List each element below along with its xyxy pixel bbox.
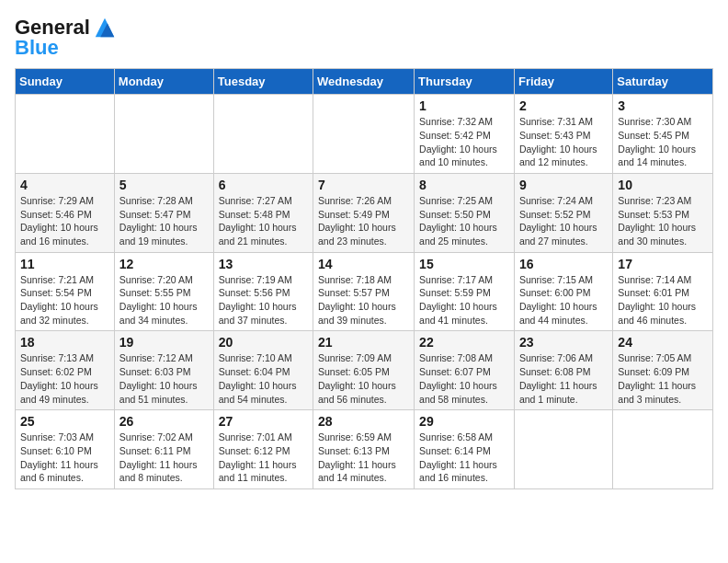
calendar-cell: 7Sunrise: 7:26 AM Sunset: 5:49 PM Daylig… <box>313 173 415 252</box>
calendar-cell: 27Sunrise: 7:01 AM Sunset: 6:12 PM Dayli… <box>213 410 313 489</box>
day-info: Sunrise: 7:24 AM Sunset: 5:52 PM Dayligh… <box>519 194 608 248</box>
calendar-cell: 18Sunrise: 7:13 AM Sunset: 6:02 PM Dayli… <box>16 331 115 410</box>
day-info: Sunrise: 7:02 AM Sunset: 6:11 PM Dayligh… <box>119 431 209 485</box>
calendar-cell: 13Sunrise: 7:19 AM Sunset: 5:56 PM Dayli… <box>213 252 313 331</box>
day-info: Sunrise: 7:25 AM Sunset: 5:50 PM Dayligh… <box>419 194 509 248</box>
calendar-cell: 28Sunrise: 6:59 AM Sunset: 6:13 PM Dayli… <box>313 410 415 489</box>
day-info: Sunrise: 7:30 AM Sunset: 5:45 PM Dayligh… <box>618 115 708 169</box>
calendar-cell: 1Sunrise: 7:32 AM Sunset: 5:42 PM Daylig… <box>415 95 515 174</box>
col-header-saturday: Saturday <box>613 69 713 95</box>
calendar-cell: 17Sunrise: 7:14 AM Sunset: 6:01 PM Dayli… <box>613 252 713 331</box>
calendar-cell: 8Sunrise: 7:25 AM Sunset: 5:50 PM Daylig… <box>415 173 515 252</box>
logo-icon <box>92 15 118 40</box>
day-number: 11 <box>20 257 109 271</box>
calendar-cell: 6Sunrise: 7:27 AM Sunset: 5:48 PM Daylig… <box>213 173 313 252</box>
day-number: 13 <box>219 257 308 271</box>
day-info: Sunrise: 6:58 AM Sunset: 6:14 PM Dayligh… <box>419 431 509 485</box>
calendar-cell: 29Sunrise: 6:58 AM Sunset: 6:14 PM Dayli… <box>415 410 515 489</box>
day-info: Sunrise: 7:28 AM Sunset: 5:47 PM Dayligh… <box>119 194 209 248</box>
calendar-table: SundayMondayTuesdayWednesdayThursdayFrid… <box>15 68 713 489</box>
calendar-cell: 14Sunrise: 7:18 AM Sunset: 5:57 PM Dayli… <box>313 252 415 331</box>
col-header-monday: Monday <box>114 69 213 95</box>
col-header-friday: Friday <box>514 69 612 95</box>
day-number: 8 <box>419 178 509 192</box>
day-number: 17 <box>618 257 708 271</box>
week-row: 1Sunrise: 7:32 AM Sunset: 5:42 PM Daylig… <box>16 95 713 174</box>
calendar-cell <box>114 95 213 174</box>
calendar-cell: 11Sunrise: 7:21 AM Sunset: 5:54 PM Dayli… <box>16 252 115 331</box>
day-number: 22 <box>419 335 509 350</box>
day-info: Sunrise: 7:10 AM Sunset: 6:04 PM Dayligh… <box>219 351 308 406</box>
day-number: 15 <box>419 257 509 271</box>
calendar-cell <box>213 95 313 174</box>
day-number: 6 <box>219 178 308 192</box>
calendar-cell <box>16 95 115 174</box>
calendar-cell: 3Sunrise: 7:30 AM Sunset: 5:45 PM Daylig… <box>613 95 713 174</box>
day-info: Sunrise: 7:26 AM Sunset: 5:49 PM Dayligh… <box>318 194 409 248</box>
calendar-cell: 20Sunrise: 7:10 AM Sunset: 6:04 PM Dayli… <box>213 331 313 410</box>
day-number: 25 <box>20 414 109 429</box>
day-info: Sunrise: 7:23 AM Sunset: 5:53 PM Dayligh… <box>618 194 708 248</box>
col-header-thursday: Thursday <box>415 69 515 95</box>
day-info: Sunrise: 7:12 AM Sunset: 6:03 PM Dayligh… <box>119 351 209 406</box>
calendar-cell: 19Sunrise: 7:12 AM Sunset: 6:03 PM Dayli… <box>114 331 213 410</box>
day-number: 1 <box>419 98 509 113</box>
header-row: SundayMondayTuesdayWednesdayThursdayFrid… <box>16 69 713 95</box>
day-number: 29 <box>419 414 509 429</box>
day-number: 14 <box>318 257 409 271</box>
day-info: Sunrise: 7:20 AM Sunset: 5:55 PM Dayligh… <box>119 273 209 327</box>
day-info: Sunrise: 7:32 AM Sunset: 5:42 PM Dayligh… <box>419 115 509 169</box>
day-info: Sunrise: 7:17 AM Sunset: 5:59 PM Dayligh… <box>419 273 509 327</box>
day-number: 28 <box>318 414 409 429</box>
calendar-cell: 2Sunrise: 7:31 AM Sunset: 5:43 PM Daylig… <box>514 95 612 174</box>
day-info: Sunrise: 7:09 AM Sunset: 6:05 PM Dayligh… <box>318 351 409 406</box>
day-info: Sunrise: 7:15 AM Sunset: 6:00 PM Dayligh… <box>519 273 608 327</box>
day-number: 18 <box>20 335 109 350</box>
day-number: 20 <box>219 335 308 350</box>
day-info: Sunrise: 7:29 AM Sunset: 5:46 PM Dayligh… <box>20 194 109 248</box>
week-row: 11Sunrise: 7:21 AM Sunset: 5:54 PM Dayli… <box>16 252 713 331</box>
col-header-tuesday: Tuesday <box>213 69 313 95</box>
calendar-cell: 23Sunrise: 7:06 AM Sunset: 6:08 PM Dayli… <box>514 331 612 410</box>
calendar-cell: 21Sunrise: 7:09 AM Sunset: 6:05 PM Dayli… <box>313 331 415 410</box>
day-info: Sunrise: 7:14 AM Sunset: 6:01 PM Dayligh… <box>618 273 708 327</box>
week-row: 18Sunrise: 7:13 AM Sunset: 6:02 PM Dayli… <box>16 331 713 410</box>
logo-text-line2: Blue <box>15 37 59 59</box>
day-number: 26 <box>119 414 209 429</box>
col-header-wednesday: Wednesday <box>313 69 415 95</box>
calendar-cell: 26Sunrise: 7:02 AM Sunset: 6:11 PM Dayli… <box>114 410 213 489</box>
col-header-sunday: Sunday <box>16 69 115 95</box>
day-info: Sunrise: 7:05 AM Sunset: 6:09 PM Dayligh… <box>618 351 708 406</box>
page-header: General Blue <box>15 15 713 59</box>
day-info: Sunrise: 7:01 AM Sunset: 6:12 PM Dayligh… <box>219 431 308 485</box>
calendar-cell <box>613 410 713 489</box>
logo: General Blue <box>15 15 118 59</box>
day-number: 23 <box>519 335 608 350</box>
day-info: Sunrise: 7:31 AM Sunset: 5:43 PM Dayligh… <box>519 115 608 169</box>
day-info: Sunrise: 7:03 AM Sunset: 6:10 PM Dayligh… <box>20 431 109 485</box>
day-info: Sunrise: 7:08 AM Sunset: 6:07 PM Dayligh… <box>419 351 509 406</box>
day-number: 21 <box>318 335 409 350</box>
calendar-cell: 16Sunrise: 7:15 AM Sunset: 6:00 PM Dayli… <box>514 252 612 331</box>
calendar-cell: 15Sunrise: 7:17 AM Sunset: 5:59 PM Dayli… <box>415 252 515 331</box>
calendar-cell: 4Sunrise: 7:29 AM Sunset: 5:46 PM Daylig… <box>16 173 115 252</box>
day-number: 7 <box>318 178 409 192</box>
day-number: 12 <box>119 257 209 271</box>
day-info: Sunrise: 7:06 AM Sunset: 6:08 PM Dayligh… <box>519 351 608 406</box>
calendar-cell: 5Sunrise: 7:28 AM Sunset: 5:47 PM Daylig… <box>114 173 213 252</box>
day-number: 19 <box>119 335 209 350</box>
day-number: 9 <box>519 178 608 192</box>
week-row: 25Sunrise: 7:03 AM Sunset: 6:10 PM Dayli… <box>16 410 713 489</box>
calendar-cell: 10Sunrise: 7:23 AM Sunset: 5:53 PM Dayli… <box>613 173 713 252</box>
day-number: 24 <box>618 335 708 350</box>
day-number: 10 <box>618 178 708 192</box>
day-number: 3 <box>618 98 708 113</box>
day-number: 27 <box>219 414 308 429</box>
calendar-cell: 22Sunrise: 7:08 AM Sunset: 6:07 PM Dayli… <box>415 331 515 410</box>
day-info: Sunrise: 7:13 AM Sunset: 6:02 PM Dayligh… <box>20 351 109 406</box>
day-number: 16 <box>519 257 608 271</box>
calendar-cell: 24Sunrise: 7:05 AM Sunset: 6:09 PM Dayli… <box>613 331 713 410</box>
day-info: Sunrise: 7:19 AM Sunset: 5:56 PM Dayligh… <box>219 273 308 327</box>
day-info: Sunrise: 7:18 AM Sunset: 5:57 PM Dayligh… <box>318 273 409 327</box>
calendar-cell <box>514 410 612 489</box>
